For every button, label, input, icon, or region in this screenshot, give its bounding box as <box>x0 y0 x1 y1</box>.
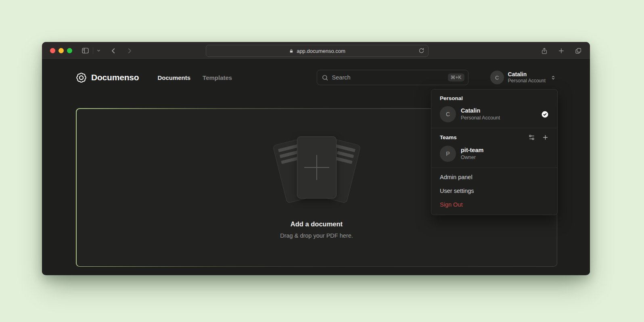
personal-avatar: C <box>440 106 456 122</box>
team-row[interactable]: P pit-team Owner <box>437 145 552 163</box>
personal-section: Personal C Catalin Personal Account <box>431 90 557 128</box>
brand-logo[interactable]: Documenso <box>76 72 139 83</box>
document-card-front <box>297 136 337 199</box>
nav-item-documents[interactable]: Documents <box>157 74 190 81</box>
main-nav: Documents Templates <box>157 74 232 81</box>
menu-item-user-settings[interactable]: User settings <box>431 184 557 198</box>
minimize-window-button[interactable] <box>59 48 64 53</box>
share-icon[interactable] <box>541 47 548 55</box>
address-bar[interactable]: app.documenso.com <box>206 45 429 57</box>
documenso-badge-icon <box>76 72 87 83</box>
team-name: pit-team <box>461 146 483 154</box>
toolbar-separator <box>93 47 93 54</box>
tab-overview-icon[interactable] <box>575 47 582 54</box>
zoom-window-button[interactable] <box>67 48 72 53</box>
dropzone-title: Add a document <box>291 220 343 228</box>
close-window-button[interactable] <box>50 48 55 53</box>
team-role: Owner <box>461 154 483 161</box>
browser-titlebar: app.documenso.com <box>42 42 590 60</box>
plus-icon <box>297 137 336 198</box>
create-team-icon[interactable] <box>542 134 549 141</box>
teams-section: Teams <box>431 128 557 167</box>
personal-account-row[interactable]: C Catalin Personal Account <box>437 105 552 124</box>
dropzone-subtitle: Drag & drop your PDF here. <box>280 232 353 239</box>
account-avatar: C <box>490 71 504 84</box>
account-subtitle: Personal Account <box>508 78 546 84</box>
browser-window: app.documenso.com <box>42 42 590 275</box>
new-tab-icon[interactable] <box>558 47 565 54</box>
account-dropdown-menu: Personal C Catalin Personal Account <box>431 89 558 215</box>
app-content: Documenso Documents Templates ⌘+K C Cata… <box>42 60 590 275</box>
account-name: Catalin <box>508 71 546 78</box>
search-icon <box>322 74 328 81</box>
address-text: app.documenso.com <box>297 48 345 54</box>
menu-items-section: Admin panel User settings Sign Out <box>431 167 557 215</box>
search-input[interactable] <box>332 74 444 81</box>
teams-section-label: Teams <box>440 134 457 140</box>
brand-name: Documenso <box>91 73 139 82</box>
manage-teams-icon[interactable] <box>528 134 535 141</box>
chevron-up-down-icon <box>550 75 556 81</box>
personal-section-label: Personal <box>437 94 552 105</box>
back-button[interactable] <box>110 47 117 54</box>
team-avatar: P <box>440 146 456 162</box>
lock-icon <box>289 48 294 54</box>
search-bar[interactable]: ⌘+K <box>317 70 468 85</box>
traffic-lights <box>50 48 72 53</box>
personal-name: Catalin <box>461 107 500 115</box>
personal-subtitle: Personal Account <box>461 115 500 121</box>
reload-icon[interactable] <box>418 48 424 54</box>
sidebar-chevron-down-icon[interactable] <box>96 48 101 53</box>
sidebar-toggle-icon[interactable] <box>81 46 90 55</box>
menu-item-sign-out[interactable]: Sign Out <box>431 198 557 211</box>
selected-check-icon <box>541 111 549 118</box>
search-shortcut-badge: ⌘+K <box>448 73 464 82</box>
account-menu-trigger[interactable]: C Catalin Personal Account <box>490 71 556 84</box>
forward-button[interactable] <box>126 47 133 54</box>
menu-item-admin-panel[interactable]: Admin panel <box>431 170 557 184</box>
document-cards-illustration <box>274 136 360 204</box>
nav-item-templates[interactable]: Templates <box>203 74 232 81</box>
